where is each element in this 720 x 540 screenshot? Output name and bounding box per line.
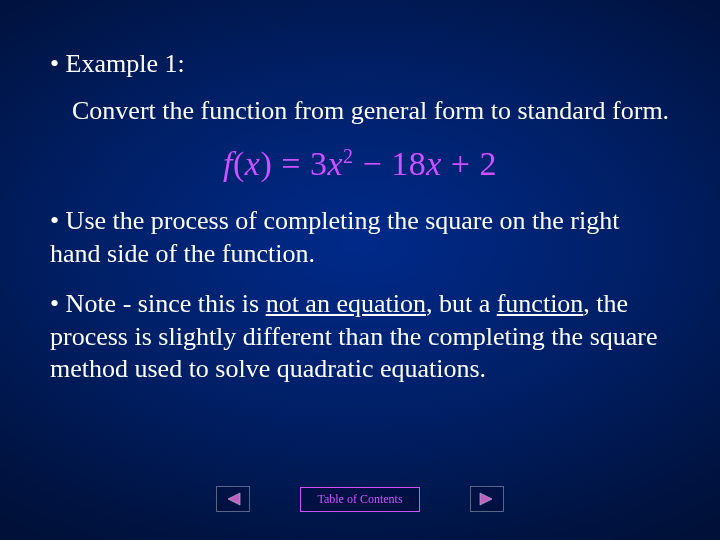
eq-minus: − (354, 145, 392, 182)
note-underline-2: function (497, 289, 584, 318)
svg-marker-0 (228, 493, 240, 505)
note-underline-1: not an equation (266, 289, 426, 318)
arrow-right-icon (478, 491, 496, 507)
equation: f(x) = 3x2 − 18x + 2 (50, 145, 670, 183)
eq-lhs-f: f (223, 145, 233, 182)
eq-const: 2 (479, 145, 497, 182)
bullet-example: • Example 1: (50, 48, 670, 81)
note-mid: , but a (426, 289, 497, 318)
eq-lhs-close: ) (260, 145, 272, 182)
bullet-note: • Note - since this is not an equation, … (50, 288, 670, 386)
arrow-left-icon (224, 491, 242, 507)
sub-instruction: Convert the function from general form t… (72, 95, 670, 128)
eq-exp1: 2 (343, 145, 354, 167)
eq-var1: x (327, 145, 343, 182)
eq-lhs-open: ( (233, 145, 245, 182)
eq-lhs-x: x (245, 145, 261, 182)
eq-var2: x (426, 145, 442, 182)
eq-plus: + (442, 145, 480, 182)
nav-next-button[interactable] (470, 486, 504, 512)
eq-coef1: 3 (310, 145, 328, 182)
eq-equals: = (272, 145, 310, 182)
bullet-use-process: • Use the process of completing the squa… (50, 205, 670, 270)
eq-coef2: 18 (391, 145, 426, 182)
svg-marker-1 (480, 493, 492, 505)
slide-body: • Example 1: Convert the function from g… (0, 0, 720, 540)
nav-prev-button[interactable] (216, 486, 250, 512)
toc-button[interactable]: Table of Contents (300, 487, 419, 512)
nav-bar: Table of Contents (0, 486, 720, 512)
note-pre: • Note - since this is (50, 289, 266, 318)
